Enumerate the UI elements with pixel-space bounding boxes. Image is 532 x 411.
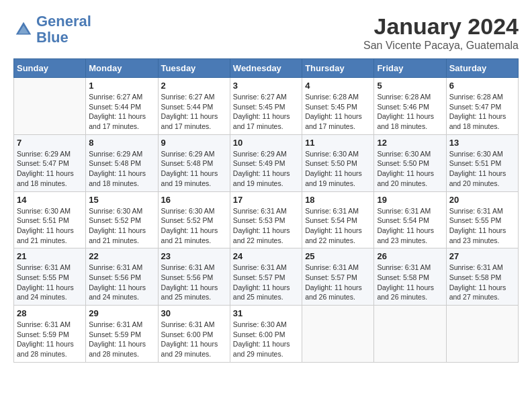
day-number: 14 <box>17 195 83 205</box>
day-number: 4 <box>305 81 371 91</box>
logo-general: General <box>36 13 91 30</box>
location-subtitle: San Vicente Pacaya, Guatemala <box>363 40 519 52</box>
day-number: 29 <box>89 308 154 318</box>
day-info: Sunrise: 6:30 AMSunset: 5:50 PMDaylight:… <box>305 149 371 189</box>
calendar-cell: 22Sunrise: 6:31 AMSunset: 5:56 PMDayligh… <box>86 248 158 306</box>
calendar-cell: 6Sunrise: 6:28 AMSunset: 5:47 PMDaylight… <box>446 78 518 135</box>
day-info: Sunrise: 6:30 AMSunset: 5:50 PMDaylight:… <box>377 149 443 189</box>
day-number: 23 <box>161 251 227 261</box>
calendar-cell: 25Sunrise: 6:31 AMSunset: 5:57 PMDayligh… <box>302 248 374 306</box>
day-info: Sunrise: 6:31 AMSunset: 5:54 PMDaylight:… <box>305 206 371 246</box>
day-info: Sunrise: 6:31 AMSunset: 5:55 PMDaylight:… <box>17 263 83 302</box>
calendar-cell: 29Sunrise: 6:31 AMSunset: 5:59 PMDayligh… <box>86 306 158 363</box>
day-number: 30 <box>161 308 227 318</box>
day-number: 9 <box>161 138 227 148</box>
day-header-monday: Monday <box>86 59 158 78</box>
day-info: Sunrise: 6:31 AMSunset: 5:54 PMDaylight:… <box>377 206 443 246</box>
day-number: 18 <box>305 195 371 205</box>
day-info: Sunrise: 6:31 AMSunset: 5:59 PMDaylight:… <box>89 320 154 359</box>
day-number: 6 <box>449 81 515 91</box>
day-number: 15 <box>89 195 154 205</box>
day-info: Sunrise: 6:30 AMSunset: 6:00 PMDaylight:… <box>233 320 299 359</box>
day-number: 21 <box>17 251 83 261</box>
day-number: 2 <box>161 81 227 91</box>
day-header-friday: Friday <box>374 59 446 78</box>
calendar-cell: 10Sunrise: 6:29 AMSunset: 5:49 PMDayligh… <box>230 134 302 191</box>
day-info: Sunrise: 6:28 AMSunset: 5:47 PMDaylight:… <box>449 92 515 132</box>
title-block: January 2024 San Vicente Pacaya, Guatema… <box>363 13 519 52</box>
day-info: Sunrise: 6:31 AMSunset: 5:57 PMDaylight:… <box>305 263 371 302</box>
day-number: 13 <box>449 138 515 148</box>
day-number: 11 <box>305 138 371 148</box>
calendar-cell: 24Sunrise: 6:31 AMSunset: 5:57 PMDayligh… <box>230 248 302 306</box>
day-info: Sunrise: 6:30 AMSunset: 5:52 PMDaylight:… <box>89 206 154 246</box>
calendar-cell <box>14 78 86 135</box>
calendar-week-5: 28Sunrise: 6:31 AMSunset: 5:59 PMDayligh… <box>14 306 519 363</box>
calendar-cell: 5Sunrise: 6:28 AMSunset: 5:46 PMDaylight… <box>374 78 446 135</box>
day-info: Sunrise: 6:28 AMSunset: 5:45 PMDaylight:… <box>305 92 371 132</box>
day-info: Sunrise: 6:31 AMSunset: 5:57 PMDaylight:… <box>233 263 299 302</box>
calendar-cell: 20Sunrise: 6:31 AMSunset: 5:55 PMDayligh… <box>446 191 518 248</box>
calendar-cell: 15Sunrise: 6:30 AMSunset: 5:52 PMDayligh… <box>86 191 158 248</box>
calendar-cell: 19Sunrise: 6:31 AMSunset: 5:54 PMDayligh… <box>374 191 446 248</box>
day-number: 24 <box>233 251 299 261</box>
calendar-cell: 11Sunrise: 6:30 AMSunset: 5:50 PMDayligh… <box>302 134 374 191</box>
day-number: 27 <box>449 251 515 261</box>
day-number: 7 <box>17 138 83 148</box>
calendar-cell: 14Sunrise: 6:30 AMSunset: 5:51 PMDayligh… <box>14 191 86 248</box>
calendar-cell <box>302 306 374 363</box>
day-number: 8 <box>89 138 154 148</box>
calendar-cell: 26Sunrise: 6:31 AMSunset: 5:58 PMDayligh… <box>374 248 446 306</box>
day-info: Sunrise: 6:28 AMSunset: 5:46 PMDaylight:… <box>377 92 443 132</box>
calendar-cell: 31Sunrise: 6:30 AMSunset: 6:00 PMDayligh… <box>230 306 302 363</box>
calendar-cell: 12Sunrise: 6:30 AMSunset: 5:50 PMDayligh… <box>374 134 446 191</box>
day-number: 25 <box>305 251 371 261</box>
day-number: 26 <box>377 251 443 261</box>
day-info: Sunrise: 6:30 AMSunset: 5:51 PMDaylight:… <box>449 149 515 189</box>
day-number: 22 <box>89 251 154 261</box>
day-info: Sunrise: 6:31 AMSunset: 5:53 PMDaylight:… <box>233 206 299 246</box>
calendar-cell: 28Sunrise: 6:31 AMSunset: 5:59 PMDayligh… <box>14 306 86 363</box>
calendar-cell: 27Sunrise: 6:31 AMSunset: 5:58 PMDayligh… <box>446 248 518 306</box>
day-number: 3 <box>233 81 299 91</box>
logo: General Blue <box>13 13 91 46</box>
calendar-cell: 13Sunrise: 6:30 AMSunset: 5:51 PMDayligh… <box>446 134 518 191</box>
day-info: Sunrise: 6:31 AMSunset: 5:56 PMDaylight:… <box>161 263 227 302</box>
logo-blue: Blue <box>36 29 69 46</box>
calendar-cell: 3Sunrise: 6:27 AMSunset: 5:45 PMDaylight… <box>230 78 302 135</box>
day-info: Sunrise: 6:30 AMSunset: 5:52 PMDaylight:… <box>161 206 227 246</box>
day-number: 10 <box>233 138 299 148</box>
day-info: Sunrise: 6:31 AMSunset: 5:55 PMDaylight:… <box>449 206 515 246</box>
calendar-cell: 1Sunrise: 6:27 AMSunset: 5:44 PMDaylight… <box>86 78 158 135</box>
day-info: Sunrise: 6:29 AMSunset: 5:48 PMDaylight:… <box>89 149 154 189</box>
calendar-cell: 17Sunrise: 6:31 AMSunset: 5:53 PMDayligh… <box>230 191 302 248</box>
calendar-cell <box>374 306 446 363</box>
calendar-table: SundayMondayTuesdayWednesdayThursdayFrid… <box>13 58 519 363</box>
day-info: Sunrise: 6:31 AMSunset: 6:00 PMDaylight:… <box>161 320 227 359</box>
calendar-cell: 2Sunrise: 6:27 AMSunset: 5:44 PMDaylight… <box>158 78 230 135</box>
calendar-cell: 18Sunrise: 6:31 AMSunset: 5:54 PMDayligh… <box>302 191 374 248</box>
calendar-week-1: 1Sunrise: 6:27 AMSunset: 5:44 PMDaylight… <box>14 78 519 135</box>
day-number: 12 <box>377 138 443 148</box>
calendar-cell: 4Sunrise: 6:28 AMSunset: 5:45 PMDaylight… <box>302 78 374 135</box>
calendar-cell: 8Sunrise: 6:29 AMSunset: 5:48 PMDaylight… <box>86 134 158 191</box>
day-info: Sunrise: 6:31 AMSunset: 5:56 PMDaylight:… <box>89 263 154 302</box>
calendar-cell: 16Sunrise: 6:30 AMSunset: 5:52 PMDayligh… <box>158 191 230 248</box>
day-number: 5 <box>377 81 443 91</box>
day-header-thursday: Thursday <box>302 59 374 78</box>
day-info: Sunrise: 6:31 AMSunset: 5:59 PMDaylight:… <box>17 320 83 359</box>
day-header-wednesday: Wednesday <box>230 59 302 78</box>
calendar-cell: 9Sunrise: 6:29 AMSunset: 5:48 PMDaylight… <box>158 134 230 191</box>
calendar-cell: 30Sunrise: 6:31 AMSunset: 6:00 PMDayligh… <box>158 306 230 363</box>
logo-text: General Blue <box>36 13 91 46</box>
day-number: 19 <box>377 195 443 205</box>
calendar-week-2: 7Sunrise: 6:29 AMSunset: 5:47 PMDaylight… <box>14 134 519 191</box>
logo-icon <box>13 19 34 40</box>
day-info: Sunrise: 6:27 AMSunset: 5:44 PMDaylight:… <box>161 92 227 132</box>
day-info: Sunrise: 6:29 AMSunset: 5:48 PMDaylight:… <box>161 149 227 189</box>
day-number: 16 <box>161 195 227 205</box>
calendar-week-3: 14Sunrise: 6:30 AMSunset: 5:51 PMDayligh… <box>14 191 519 248</box>
calendar-week-4: 21Sunrise: 6:31 AMSunset: 5:55 PMDayligh… <box>14 248 519 306</box>
day-number: 20 <box>449 195 515 205</box>
day-info: Sunrise: 6:27 AMSunset: 5:44 PMDaylight:… <box>89 92 154 132</box>
